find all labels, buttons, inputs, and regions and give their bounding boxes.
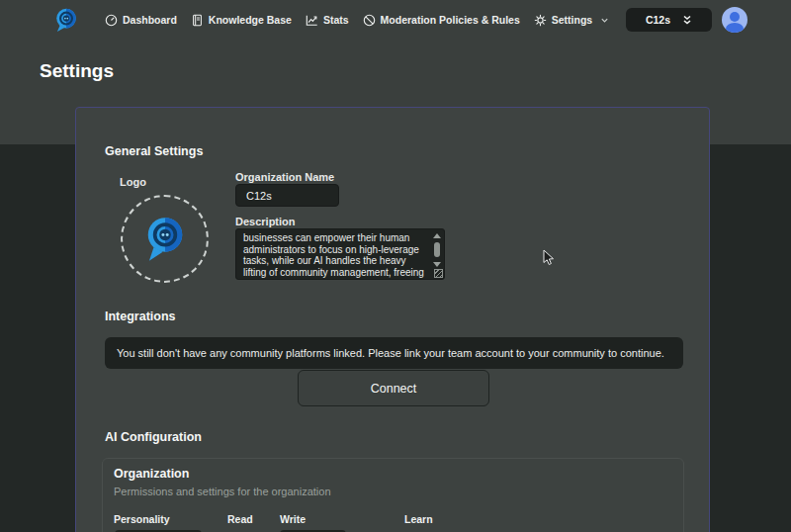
organization-name-label: Organization Name	[235, 171, 334, 183]
notice-text: You still don't have any community platf…	[117, 347, 664, 359]
logo-label: Logo	[120, 176, 146, 188]
settings-card: General Settings Logo Organization Name …	[75, 107, 710, 532]
no-integrations-notice: You still don't have any community platf…	[105, 337, 683, 369]
organization-name-input[interactable]	[235, 184, 339, 207]
general-settings-heading: General Settings	[105, 144, 203, 158]
organization-card-title: Organization	[114, 467, 189, 481]
nav-label: Dashboard	[123, 14, 177, 26]
nav-label: Moderation Policies & Rules	[381, 14, 520, 26]
description-text: businesses can empower their human admin…	[243, 232, 424, 280]
org-switcher-button[interactable]: C12s	[626, 8, 712, 32]
avatar-person-icon	[730, 12, 740, 22]
org-switcher-label: C12s	[646, 14, 670, 26]
nav-item-knowledge-base[interactable]: Knowledge Base	[191, 14, 292, 27]
ban-icon	[363, 14, 376, 27]
column-header-write: Write	[280, 513, 306, 525]
nav-label: Settings	[552, 14, 592, 26]
gear-icon	[534, 14, 547, 27]
chevron-down-icon	[600, 16, 609, 25]
column-header-read: Read	[227, 513, 253, 525]
logo-upload-area[interactable]	[121, 195, 209, 283]
main-nav: Dashboard Knowledge Base Stats Moderatio…	[105, 0, 609, 40]
app-logo-icon	[52, 6, 80, 34]
org-logo-image	[142, 213, 188, 266]
description-label: Description	[235, 216, 296, 227]
line-chart-icon	[306, 14, 318, 27]
top-navigation-bar: Dashboard Knowledge Base Stats Moderatio…	[0, 0, 791, 40]
nav-item-dashboard[interactable]: Dashboard	[105, 14, 177, 27]
gauge-icon	[105, 14, 118, 27]
integrations-heading: Integrations	[105, 310, 176, 323]
nav-item-moderation-policies[interactable]: Moderation Policies & Rules	[363, 14, 520, 27]
connect-button[interactable]: Connect	[298, 370, 489, 406]
resize-grip[interactable]	[434, 269, 443, 278]
nav-label: Stats	[323, 14, 349, 26]
nav-label: Knowledge Base	[209, 14, 292, 26]
user-avatar[interactable]	[722, 7, 747, 33]
column-header-personality: Personality	[114, 513, 170, 525]
nav-item-stats[interactable]: Stats	[306, 14, 349, 27]
scrollbar-thumb[interactable]	[434, 242, 440, 257]
column-header-learn: Learn	[404, 513, 433, 525]
ai-configuration-heading: AI Configuration	[105, 430, 202, 444]
scroll-down-arrow-icon[interactable]	[433, 262, 441, 267]
scroll-up-arrow-icon[interactable]	[433, 233, 441, 238]
nav-item-settings[interactable]: Settings	[534, 14, 609, 27]
page-title: Settings	[40, 60, 114, 82]
chevrons-down-icon	[682, 15, 692, 26]
organization-permissions-card: Organization Permissions and settings fo…	[102, 458, 684, 532]
book-icon	[191, 14, 204, 27]
organization-card-subtitle: Permissions and settings for the organiz…	[114, 486, 331, 497]
description-textarea[interactable]: businesses can empower their human admin…	[235, 228, 445, 280]
app-logo[interactable]	[52, 6, 80, 34]
